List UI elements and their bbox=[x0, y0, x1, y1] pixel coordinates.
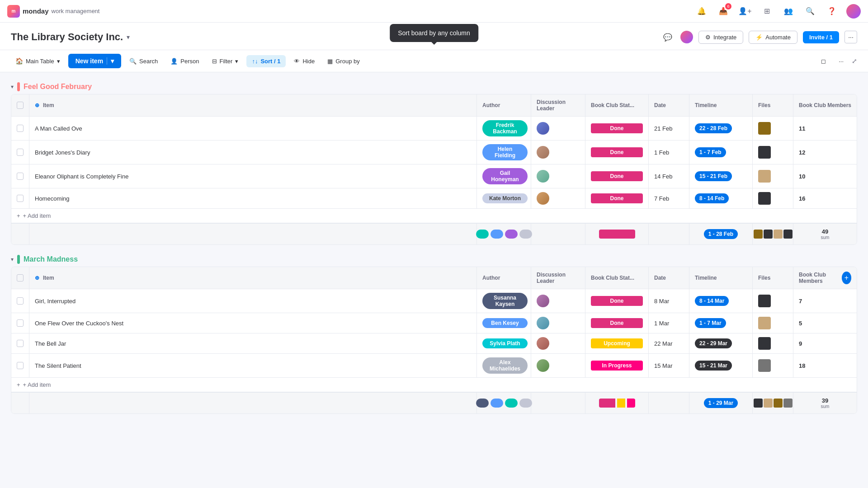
row-checkbox[interactable] bbox=[17, 149, 24, 156]
invite-button[interactable]: Invite / 1 bbox=[803, 31, 839, 43]
add-item-row-feb[interactable]: + + Add item bbox=[11, 209, 857, 223]
summary-members: 39 sum bbox=[793, 393, 857, 413]
th-members-feb: Book Club Members bbox=[793, 94, 857, 116]
person-filter-button[interactable]: 👤 Person bbox=[166, 55, 203, 67]
td-author: Sylvia Plath bbox=[477, 333, 531, 353]
workspace-avatar[interactable] bbox=[680, 31, 693, 43]
td-timeline: 8 - 14 Mar bbox=[689, 289, 753, 313]
workspace-title: The Library Society Inc. bbox=[11, 31, 123, 43]
chat-button[interactable]: 💬 bbox=[660, 30, 675, 44]
th-files-feb: Files bbox=[753, 94, 793, 116]
status-summary-bar bbox=[599, 230, 635, 239]
add-user-button[interactable]: 👤+ bbox=[738, 4, 752, 19]
group-header-march[interactable]: ▾ March Madness bbox=[11, 252, 857, 267]
main-content: ▾ Feel Good February ⊕ Item Author Discu… bbox=[0, 72, 868, 428]
new-item-dropdown-arrow[interactable]: ▾ bbox=[107, 57, 114, 65]
timeline-chip: 22 - 28 Feb bbox=[695, 123, 732, 133]
sort-tooltip: Sort board by any column bbox=[390, 24, 478, 42]
td-check bbox=[11, 141, 29, 164]
notifications-button[interactable]: 🔔 bbox=[694, 4, 709, 19]
header-checkbox-feb[interactable] bbox=[17, 102, 24, 109]
hide-label: Hide bbox=[302, 58, 315, 65]
td-timeline: 22 - 28 Feb bbox=[689, 117, 753, 140]
td-discussion bbox=[531, 313, 585, 333]
group-chevron-icon-feb[interactable]: ▾ bbox=[11, 84, 14, 90]
row-checkbox[interactable] bbox=[17, 319, 24, 327]
sum-label: sum bbox=[821, 235, 830, 240]
new-item-button[interactable]: New item ▾ bbox=[68, 54, 121, 68]
header-checkbox-mar[interactable] bbox=[17, 274, 24, 282]
filter-button[interactable]: ⊟ Filter ▾ bbox=[208, 55, 243, 67]
apps-button[interactable]: ⊞ bbox=[760, 4, 774, 19]
integrate-label: Integrate bbox=[713, 34, 736, 41]
discussion-avatar bbox=[537, 337, 549, 350]
td-status: Done bbox=[585, 141, 649, 164]
summary-check bbox=[11, 224, 29, 244]
new-item-label: New item bbox=[75, 57, 103, 65]
help-button[interactable]: ❓ bbox=[825, 4, 839, 19]
td-files bbox=[753, 313, 793, 333]
mini-chip bbox=[519, 230, 532, 239]
group-by-label: Group by bbox=[335, 58, 359, 65]
members-count: 18 bbox=[799, 362, 805, 369]
item-name: Bridget Jones's Diary bbox=[35, 149, 90, 156]
sort-button[interactable]: ↑↓ Sort / 1 bbox=[246, 55, 286, 67]
add-column-button[interactable]: + bbox=[842, 272, 851, 284]
td-files bbox=[753, 141, 793, 164]
item-name: Eleanor Oliphant is Completely Fine bbox=[35, 173, 128, 180]
search-button-toolbar[interactable]: 🔍 Search bbox=[125, 55, 162, 67]
more-toolbar-button[interactable]: ··· bbox=[834, 55, 848, 67]
workspace-chevron-icon[interactable]: ▾ bbox=[127, 33, 130, 41]
table-row: The Bell Jar ⊕ Sylvia Plath Upcoming 22 … bbox=[11, 333, 857, 354]
expand-button[interactable]: ⤢ bbox=[852, 57, 857, 65]
more-options-button[interactable]: ··· bbox=[844, 31, 857, 43]
td-files bbox=[753, 289, 793, 313]
td-files bbox=[753, 354, 793, 377]
mini-file bbox=[783, 230, 793, 239]
td-date: 7 Feb bbox=[649, 188, 689, 208]
th-date-feb: Date bbox=[649, 94, 689, 116]
group-by-button[interactable]: ▦ Group by bbox=[323, 55, 364, 67]
file-thumb bbox=[758, 337, 771, 350]
inbox-button[interactable]: 📥 6 bbox=[716, 4, 731, 19]
table-row: Eleanor Oliphant is Completely Fine ⊕ Ga… bbox=[11, 164, 857, 188]
row-checkbox[interactable] bbox=[17, 340, 24, 347]
user-avatar[interactable] bbox=[846, 4, 861, 19]
users-button[interactable]: 👥 bbox=[781, 4, 796, 19]
td-item: A Man Called Ove ⊕ bbox=[29, 117, 477, 140]
add-item-row-mar[interactable]: + + Add item bbox=[11, 378, 857, 392]
summary-row-feb: 1 - 28 Feb 49 sum bbox=[11, 223, 857, 244]
integrate-button[interactable]: ⚙ Integrate bbox=[698, 31, 743, 44]
summary-members: 49 sum bbox=[793, 224, 857, 244]
integrate-icon: ⚙ bbox=[705, 34, 711, 41]
members-count: 11 bbox=[799, 125, 805, 132]
search-button[interactable]: 🔍 bbox=[803, 4, 817, 19]
filter-chevron-icon: ▾ bbox=[235, 58, 238, 65]
file-thumb bbox=[758, 317, 771, 329]
row-checkbox[interactable] bbox=[17, 362, 24, 369]
row-checkbox[interactable] bbox=[17, 297, 24, 305]
td-date: 8 Mar bbox=[649, 289, 689, 313]
timeline-chip: 8 - 14 Mar bbox=[695, 296, 729, 306]
td-status: Done bbox=[585, 289, 649, 313]
summary-date bbox=[649, 393, 689, 413]
author-chip: Helen Fielding bbox=[482, 144, 528, 160]
td-discussion bbox=[531, 164, 585, 188]
row-checkbox[interactable] bbox=[17, 125, 24, 132]
td-date: 1 Feb bbox=[649, 141, 689, 164]
automate-button[interactable]: ⚡ Automate bbox=[749, 31, 797, 44]
table-row: One Flew Over the Cuckoo's Nest ⊕ Ben Ke… bbox=[11, 313, 857, 333]
row-checkbox[interactable] bbox=[17, 195, 24, 202]
search-label: Search bbox=[139, 58, 158, 65]
discussion-avatar bbox=[537, 170, 549, 183]
row-checkbox[interactable] bbox=[17, 173, 24, 180]
apps-toolbar-button[interactable]: ◻ bbox=[816, 55, 830, 67]
group-chevron-icon-mar[interactable]: ▾ bbox=[11, 256, 14, 263]
td-author: Fredrik Backman bbox=[477, 117, 531, 140]
table-selector[interactable]: 🏠 Main Table ▾ bbox=[11, 55, 65, 67]
add-item-icon-row: + bbox=[17, 381, 20, 388]
group-header-feel-good[interactable]: ▾ Feel Good February bbox=[11, 80, 857, 94]
hide-button[interactable]: 👁 Hide bbox=[289, 55, 319, 67]
td-files bbox=[753, 333, 793, 353]
members-count: 16 bbox=[799, 195, 805, 202]
